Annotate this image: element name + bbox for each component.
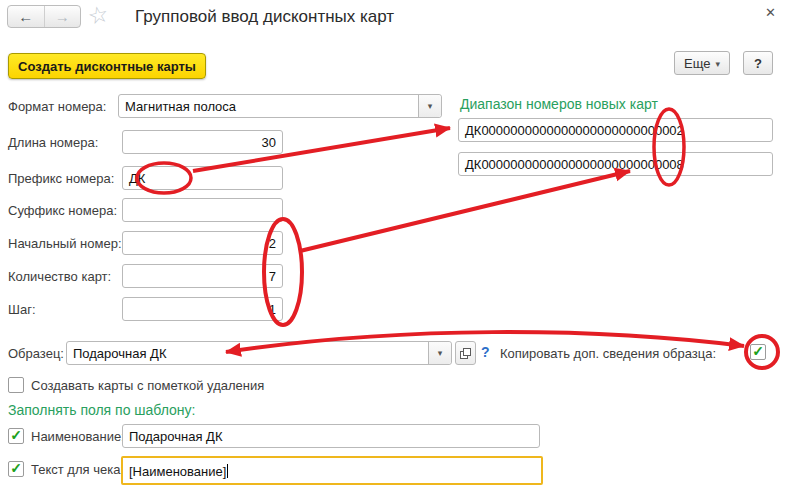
sample-open-button[interactable] bbox=[455, 341, 476, 365]
step-label: Шаг: bbox=[8, 302, 36, 317]
create-cards-button[interactable]: Создать дисконтные карты bbox=[8, 53, 206, 79]
name-label: Наименование: bbox=[31, 429, 125, 444]
start-number-input[interactable]: 2 bbox=[122, 231, 283, 255]
favorite-star-icon[interactable]: ☆ bbox=[85, 0, 111, 31]
receipt-text-label: Текст для чека: bbox=[31, 462, 124, 477]
step-input[interactable]: 1 bbox=[122, 297, 283, 321]
length-input[interactable]: 30 bbox=[122, 130, 283, 154]
sample-help-link[interactable]: ? bbox=[481, 344, 490, 360]
format-label: Формат номера: bbox=[8, 99, 106, 114]
card-count-label: Количество карт: bbox=[8, 269, 111, 284]
mark-deleted-checkbox[interactable] bbox=[8, 377, 24, 393]
copy-extra-label: Копировать доп. сведения образца: bbox=[500, 346, 716, 361]
receipt-text-input[interactable]: [Наименование] bbox=[121, 456, 543, 485]
template-section-header: Заполнять поля по шаблону: bbox=[8, 402, 195, 418]
forward-button[interactable]: → bbox=[45, 6, 81, 27]
chevron-down-icon: ▾ bbox=[438, 348, 443, 358]
sample-label: Образец: bbox=[8, 346, 64, 361]
format-value: Магнитная полоса bbox=[119, 95, 418, 117]
prefix-input[interactable]: ДК bbox=[122, 166, 283, 190]
format-dropdown-button[interactable]: ▾ bbox=[418, 95, 441, 117]
name-checkbox[interactable]: ✓ bbox=[8, 428, 24, 444]
group-card-entry-window: ← → ☆ Групповой ввод дисконтных карт ✕ С… bbox=[0, 0, 785, 493]
range-from-field[interactable]: ДК0000000000000000000000000002 bbox=[458, 118, 773, 142]
name-input[interactable]: Подарочная ДК bbox=[122, 424, 540, 448]
suffix-input[interactable] bbox=[122, 198, 283, 222]
length-label: Длина номера: bbox=[8, 135, 98, 150]
back-button[interactable]: ← bbox=[8, 6, 45, 27]
create-cards-label: Создать дисконтные карты bbox=[18, 59, 196, 74]
sample-dropdown-button[interactable]: ▾ bbox=[428, 342, 451, 364]
back-icon: ← bbox=[18, 8, 33, 25]
format-combobox[interactable]: Магнитная полоса ▾ bbox=[118, 94, 442, 118]
check-icon: ✓ bbox=[751, 345, 765, 358]
check-icon: ✓ bbox=[9, 462, 23, 475]
mark-deleted-label: Создавать карты с пометкой удаления bbox=[31, 378, 264, 393]
text-caret bbox=[227, 464, 228, 478]
open-form-icon bbox=[460, 348, 471, 359]
sample-combobox[interactable]: Подарочная ДК ▾ bbox=[66, 341, 452, 365]
prefix-label: Префикс номера: bbox=[8, 171, 114, 186]
history-nav: ← → bbox=[7, 5, 81, 28]
page-title: Групповой ввод дисконтных карт bbox=[135, 7, 394, 27]
receipt-text-value: [Наименование] bbox=[129, 464, 226, 479]
range-section-header: Диапазон номеров новых карт bbox=[460, 96, 658, 112]
help-label: ? bbox=[754, 56, 762, 71]
range-to-field[interactable]: ДК0000000000000000000000000008 bbox=[458, 152, 773, 176]
receipt-text-checkbox[interactable]: ✓ bbox=[8, 461, 24, 477]
card-count-input[interactable]: 7 bbox=[122, 264, 283, 288]
sample-value: Подарочная ДК bbox=[67, 342, 428, 364]
help-button[interactable]: ? bbox=[743, 51, 773, 75]
more-button[interactable]: Еще ▾ bbox=[674, 51, 730, 75]
more-label: Еще bbox=[684, 56, 710, 71]
chevron-down-icon: ▾ bbox=[715, 59, 720, 69]
copy-extra-checkbox[interactable]: ✓ bbox=[750, 344, 766, 360]
start-number-label: Начальный номер: bbox=[8, 236, 122, 251]
suffix-label: Суффикс номера: bbox=[8, 203, 117, 218]
close-icon[interactable]: ✕ bbox=[765, 5, 776, 20]
chevron-down-icon: ▾ bbox=[428, 101, 433, 111]
annotation-arrow-values-to-range bbox=[300, 171, 630, 251]
check-icon: ✓ bbox=[9, 429, 23, 442]
forward-icon: → bbox=[55, 8, 70, 25]
